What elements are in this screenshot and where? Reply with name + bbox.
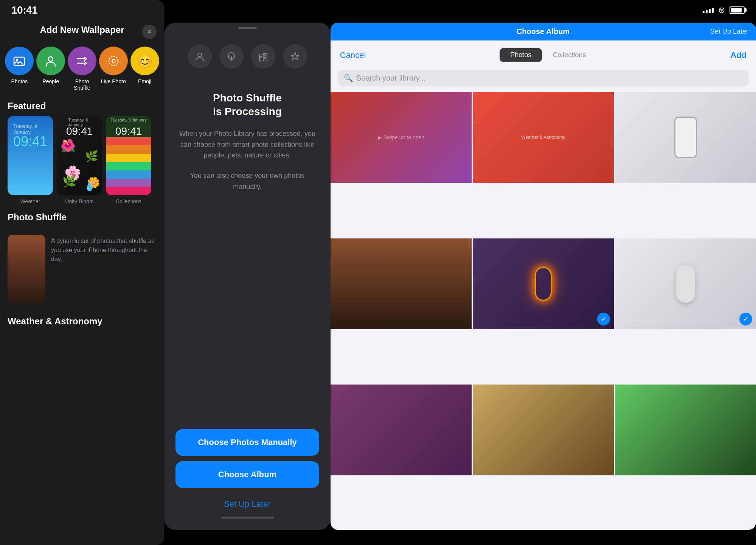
setup-later-bar-label: Set Up Later: [710, 28, 748, 36]
people-icon: [36, 47, 65, 75]
search-placeholder: Search your library...: [356, 74, 425, 83]
svg-rect-8: [259, 55, 263, 61]
flower-icon: 💧: [84, 182, 95, 192]
collections-label: Collections: [116, 198, 141, 204]
svg-rect-12: [264, 58, 265, 59]
panel-handle: [238, 27, 257, 29]
choose-album-button[interactable]: Choose Album: [175, 461, 319, 488]
person-filter-icon[interactable]: [188, 44, 212, 69]
svg-rect-10: [261, 56, 262, 58]
photo-shuffle-section: A dynamic set of photos that shuffle as …: [0, 227, 164, 310]
panel3-header: Cancel Photos Collections Add: [331, 40, 756, 70]
featured-row: Tuesday, 9 January 09:41 Weather Tuesday…: [0, 116, 164, 204]
photo-shuffle-label: Photo Shuffle: [67, 78, 98, 91]
photo-cell-4[interactable]: [331, 238, 472, 384]
live-photo-icon: [99, 47, 128, 75]
svg-rect-11: [264, 55, 265, 56]
shuffle-preview-image: [8, 235, 45, 303]
status-time: 10:41: [11, 4, 37, 16]
shuffle-description: A dynamic set of photos that shuffle as …: [51, 235, 157, 264]
status-icons: ⊛: [703, 5, 745, 15]
wp-type-live-photo[interactable]: Live Photo: [98, 47, 129, 91]
city-filter-icon[interactable]: [251, 44, 275, 69]
favorites-filter-icon[interactable]: [283, 44, 307, 69]
svg-point-1: [16, 59, 18, 61]
photo-cell-7[interactable]: [331, 385, 472, 530]
people-label: People: [42, 78, 59, 85]
photo-cell-2[interactable]: Weather & Astronomy: [473, 92, 614, 237]
wp-type-photos[interactable]: Photos: [4, 47, 35, 91]
collections-preview: Tuesday, 9 January 09:41: [106, 116, 151, 195]
photo-shuffle-processing-panel: Photo Shuffleis Processing When your Pho…: [164, 23, 331, 530]
weather-label: Weather: [20, 198, 40, 204]
signal-bars-icon: [703, 8, 714, 13]
close-icon: ×: [147, 28, 152, 36]
processing-desc-1: When your Photo Library has processed, y…: [175, 128, 319, 161]
live-photo-label: Live Photo: [101, 78, 126, 85]
svg-point-2: [48, 57, 53, 61]
featured-title: Featured: [0, 93, 164, 116]
photos-picker-panel: Choose Album Set Up Later Cancel Photos …: [331, 23, 756, 530]
photo-cell-1[interactable]: ▶ Swipe up to open: [331, 92, 472, 237]
panel2-actions: Choose Photos Manually Choose Album Set …: [175, 422, 319, 530]
emoji-icon: 😊: [130, 47, 159, 75]
svg-point-6: [198, 53, 202, 57]
photo-cell-8[interactable]: [473, 385, 614, 530]
emoji-label: Emoji: [138, 78, 151, 85]
weather-astro-title: Weather & Astronomy: [0, 310, 164, 329]
unity-bloom-label: Unity Bloom: [65, 198, 93, 204]
svg-rect-9: [263, 53, 267, 61]
photo-cell-5[interactable]: ✓: [473, 238, 614, 384]
tab-photos[interactable]: Photos: [500, 48, 542, 62]
photo-shuffle-icon: [68, 47, 96, 75]
wp-type-photo-shuffle[interactable]: Photo Shuffle: [67, 47, 98, 91]
featured-unity-bloom[interactable]: Tuesday, 9 January 09:41 🌺 🌿 🌸 🌼 🌿 💧 Uni…: [57, 116, 102, 204]
checkmark-6: ✓: [739, 313, 752, 325]
flower-icon: 🌿: [85, 150, 98, 162]
featured-weather[interactable]: Tuesday, 9 January 09:41 Weather: [8, 116, 53, 204]
photo-grid: ▶ Swipe up to open Weather & Astronomy ✓: [331, 92, 756, 530]
photos-label: Photos: [11, 78, 28, 85]
status-bar: 10:41 ⊛: [0, 0, 756, 20]
processing-title: Photo Shuffleis Processing: [213, 91, 282, 119]
checkmark-5: ✓: [597, 313, 610, 325]
weather-preview: Tuesday, 9 January 09:41: [8, 116, 53, 195]
wp-type-people[interactable]: People: [35, 47, 67, 91]
add-wallpaper-panel: Add New Wallpaper × Photos P: [0, 0, 164, 545]
wallpaper-types-row: Photos People Photo Shuffle: [0, 43, 164, 93]
panel1-title: Add New Wallpaper: [40, 25, 124, 35]
photo-shuffle-section-title: Photo Shuffle: [0, 204, 164, 227]
photo-cell-6[interactable]: ✓: [615, 238, 756, 384]
processing-desc-2: You can also choose your own photos manu…: [175, 170, 319, 192]
home-indicator: [221, 517, 274, 519]
photos-collections-tabs: Photos Collections: [371, 48, 725, 62]
featured-collections[interactable]: Tuesday, 9 January 09:41 Collections: [106, 116, 151, 204]
add-button[interactable]: Add: [730, 50, 747, 60]
choose-photos-manually-button[interactable]: Choose Photos Manually: [175, 429, 319, 456]
photo-cell-9[interactable]: [615, 385, 756, 530]
search-icon: 🔍: [344, 73, 353, 83]
svg-marker-13: [291, 53, 299, 60]
close-button[interactable]: ×: [142, 25, 157, 39]
nature-filter-icon[interactable]: [219, 44, 244, 69]
wifi-icon: ⊛: [718, 5, 725, 15]
filter-icons-row: [188, 44, 307, 69]
weather-time: 09:41: [13, 135, 47, 148]
setup-later-button[interactable]: Set Up Later: [175, 499, 319, 509]
flower-icon: 🌺: [61, 139, 76, 153]
photo-cell-3[interactable]: [615, 92, 756, 237]
flower-icon: 🌿: [62, 174, 76, 188]
photos-icon: [5, 47, 34, 75]
battery-icon: [730, 6, 745, 14]
unity-bloom-preview: Tuesday, 9 January 09:41 🌺 🌿 🌸 🌼 🌿 💧: [57, 116, 102, 195]
choose-album-bar: Choose Album Set Up Later: [331, 23, 756, 40]
tab-collections[interactable]: Collections: [542, 48, 596, 62]
cancel-button[interactable]: Cancel: [340, 50, 366, 60]
search-bar[interactable]: 🔍 Search your library...: [338, 70, 748, 86]
choose-album-bar-label: Choose Album: [517, 27, 570, 36]
wp-type-emoji[interactable]: 😊 Emoji: [129, 47, 160, 91]
